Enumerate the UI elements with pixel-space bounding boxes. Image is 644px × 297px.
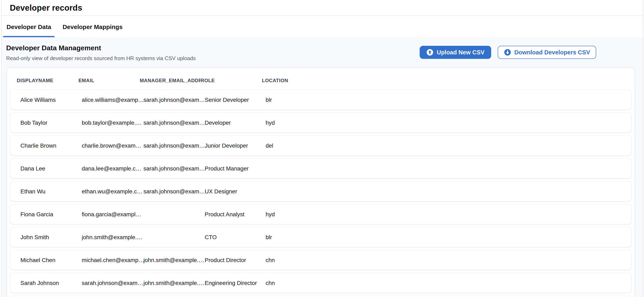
section-title: Developer Data Management <box>6 44 196 52</box>
cell-manager-email: john.smith@example.… <box>144 280 205 286</box>
col-email: EMAIL <box>78 78 140 83</box>
app-window: Developer records Developer Data Develop… <box>0 0 644 297</box>
cell-email: fiona.garcia@exampl… <box>82 211 144 217</box>
upload-button-label: Upload New CSV <box>437 49 485 56</box>
cell-displayname: John Smith <box>20 234 82 240</box>
cell-role: Junior Developer <box>205 142 266 149</box>
cell-location: chn <box>266 257 631 263</box>
table-row: Michael Chenmichael.chen@examp…john.smit… <box>10 250 631 270</box>
cell-role: UX Designer <box>205 188 266 195</box>
col-manager-email-address: MANAGER_EMAIL_ADDRE… <box>140 78 201 83</box>
tab-developer-mappings[interactable]: Developer Mappings <box>59 16 126 37</box>
table-row: Charlie Browncharlie.brown@exam…sarah.jo… <box>10 136 631 155</box>
cell-manager-email: sarah.johnson@exam… <box>144 142 205 149</box>
table-row: Dana Leedana.lee@example.c…sarah.johnson… <box>10 159 631 178</box>
csv-actions: Upload New CSV Download Developers CSV <box>420 46 596 59</box>
section-subtitle: Read-only view of developer records sour… <box>6 55 196 61</box>
cell-email: sarah.johnson@exam… <box>82 280 144 286</box>
developer-table-card: DISPLAYNAMEEMAILMANAGER_EMAIL_ADDRE…ROLE… <box>6 68 635 297</box>
cell-email: michael.chen@examp… <box>82 257 144 263</box>
cell-role: Senior Developer <box>205 97 266 103</box>
cell-manager-email: sarah.johnson@exam… <box>144 97 205 103</box>
download-button-label: Download Developers CSV <box>514 49 590 56</box>
cell-role: Product Manager <box>205 165 266 172</box>
cell-location: blr <box>266 234 631 240</box>
cell-location: blr <box>266 97 631 103</box>
cell-displayname: Michael Chen <box>20 257 82 263</box>
section-header: Developer Data Management Read-only view… <box>0 44 644 61</box>
cell-role: Developer <box>205 119 266 126</box>
table-row: Bob Taylorbob.taylor@example.…sarah.john… <box>10 113 631 132</box>
download-developers-csv-button[interactable]: Download Developers CSV <box>498 46 596 59</box>
cell-email: charlie.brown@exam… <box>82 142 144 149</box>
table-row-partial <box>10 296 631 297</box>
cell-role: Product Director <box>205 257 266 263</box>
circle-arrow-down-icon <box>504 49 511 56</box>
table-row: John Smithjohn.smith@example.…CTOblr <box>10 227 631 247</box>
page-header: Developer records <box>0 0 644 16</box>
cell-displayname: Dana Lee <box>20 165 82 172</box>
cell-manager-email: john.smith@example.… <box>144 257 205 263</box>
cell-displayname: Fiona Garcia <box>20 211 82 217</box>
cell-manager-email: sarah.johnson@exam… <box>144 119 205 126</box>
tab-developer-data[interactable]: Developer Data <box>3 16 55 37</box>
cell-location: hyd <box>266 119 631 126</box>
cell-manager-email: sarah.johnson@exam… <box>144 188 205 195</box>
cell-email: bob.taylor@example.… <box>82 119 144 126</box>
table-row: Sarah Johnsonsarah.johnson@exam…john.smi… <box>10 273 631 293</box>
page-title: Developer records <box>10 3 82 13</box>
col-location: LOCATION <box>262 78 631 83</box>
upload-new-csv-button[interactable]: Upload New CSV <box>420 46 491 59</box>
cell-location: hyd <box>266 211 631 217</box>
section-header-text: Developer Data Management Read-only view… <box>6 44 196 61</box>
cell-displayname: Alice Williams <box>20 97 82 103</box>
cell-email: alice.williams@examp… <box>82 97 144 103</box>
cell-email: ethan.wu@example.c… <box>82 188 144 195</box>
cell-role: CTO <box>205 234 266 240</box>
cell-location: chn <box>266 280 631 286</box>
table-row: Ethan Wuethan.wu@example.c…sarah.johnson… <box>10 181 631 201</box>
cell-displayname: Sarah Johnson <box>20 280 82 286</box>
table-body: Alice Williamsalice.williams@examp…sarah… <box>10 90 631 297</box>
cell-displayname: Ethan Wu <box>20 188 82 195</box>
cell-email: john.smith@example.… <box>82 234 144 240</box>
content-area: Developer Data Management Read-only view… <box>0 37 644 297</box>
window-right-edge <box>642 0 644 297</box>
col-displayname: DISPLAYNAME <box>17 78 78 83</box>
cell-manager-email: sarah.johnson@exam… <box>144 165 205 172</box>
cell-email: dana.lee@example.c… <box>82 165 144 172</box>
cell-displayname: Bob Taylor <box>20 119 82 126</box>
table-row: Alice Williamsalice.williams@examp…sarah… <box>10 90 631 110</box>
cell-displayname: Charlie Brown <box>20 142 82 149</box>
cell-location: del <box>266 142 631 149</box>
cell-role: Product Analyst <box>205 211 266 217</box>
window-left-edge <box>0 0 2 297</box>
tab-bar: Developer Data Developer Mappings <box>0 16 644 37</box>
table-row: Fiona Garciafiona.garcia@exampl…Product … <box>10 204 631 224</box>
circle-arrow-up-icon <box>426 49 434 56</box>
col-role: ROLE <box>201 78 262 83</box>
table-header-row: DISPLAYNAMEEMAILMANAGER_EMAIL_ADDRE…ROLE… <box>10 71 631 90</box>
cell-role: Engineering Director <box>205 280 266 286</box>
